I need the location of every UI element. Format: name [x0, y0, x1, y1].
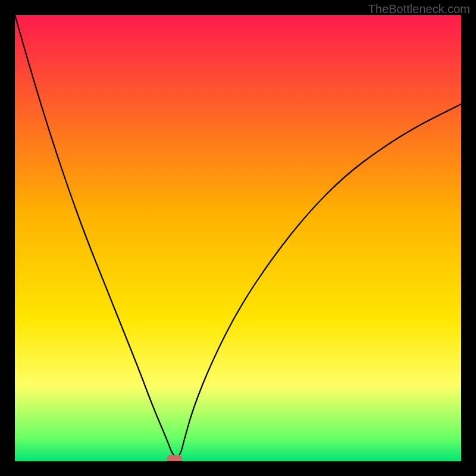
gradient-background [15, 15, 461, 461]
notch-marker [167, 455, 182, 462]
watermark-text: TheBottleneck.com [368, 2, 470, 16]
plot-area [15, 15, 461, 461]
plot-svg [15, 15, 461, 461]
chart-frame [15, 15, 461, 461]
